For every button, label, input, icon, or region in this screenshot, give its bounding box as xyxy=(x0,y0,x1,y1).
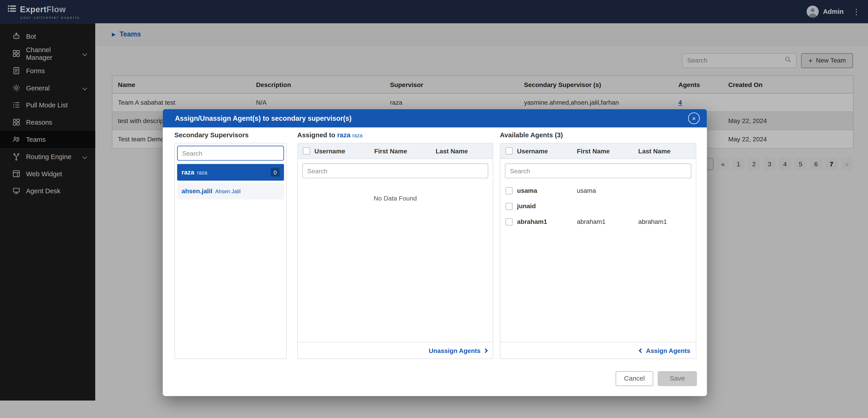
assigned-grid-header: Username First Name Last Name xyxy=(298,143,493,159)
assigned-count-badge: 0 xyxy=(271,168,280,177)
modal-footer: Cancel Save xyxy=(163,361,707,396)
modal-title: Assign/Unassign Agent(s) to secondary su… xyxy=(175,114,351,122)
no-data-text: No Data Found xyxy=(298,195,493,202)
assign-agents-button[interactable]: Assign Agents xyxy=(500,342,696,358)
secondary-supervisors-heading: Secondary Supervisors xyxy=(174,131,287,140)
save-button[interactable]: Save xyxy=(658,371,697,386)
assigned-search-input[interactable] xyxy=(302,163,488,178)
chevron-left-icon xyxy=(639,348,643,353)
row-checkbox[interactable] xyxy=(505,218,512,225)
screen: ExpertFlow your callcenter experts Admin… xyxy=(0,0,868,418)
row-checkbox[interactable] xyxy=(505,187,512,194)
supervisor-item-raza[interactable]: raza raza 0 xyxy=(177,164,284,181)
app-window: ExpertFlow your callcenter experts Admin… xyxy=(0,0,868,418)
agent-row-junaid[interactable]: junaid xyxy=(500,198,696,214)
agent-row-abraham1[interactable]: abraham1 abraham1 abraham1 xyxy=(500,214,696,229)
supervisor-item-ahsen-jalil[interactable]: ahsen.jalil Ahsen Jalil xyxy=(177,183,284,199)
row-checkbox[interactable] xyxy=(505,203,512,210)
agent-row-usama[interactable]: usama usama xyxy=(500,183,696,198)
secondary-supervisors-panel: Secondary Supervisors raza raza 0 ahsen.… xyxy=(174,131,287,359)
cancel-button[interactable]: Cancel xyxy=(616,371,653,386)
modal-header: Assign/Unassign Agent(s) to secondary su… xyxy=(163,109,707,127)
select-all-checkbox[interactable] xyxy=(303,147,310,154)
close-icon[interactable]: × xyxy=(688,112,700,124)
available-search-input[interactable] xyxy=(505,163,691,178)
available-heading: Available Agents (3) xyxy=(500,131,696,140)
assign-agents-modal: Assign/Unassign Agent(s) to secondary su… xyxy=(163,109,707,396)
assigned-agents-panel: Assigned to raza raza Username First Nam… xyxy=(297,131,493,359)
select-all-checkbox[interactable] xyxy=(505,147,512,154)
available-agents-panel: Available Agents (3) Username First Name… xyxy=(500,131,696,359)
supervisors-search-input[interactable] xyxy=(177,146,284,161)
unassign-agents-button[interactable]: Unassign Agents xyxy=(298,342,493,358)
available-grid-header: Username First Name Last Name xyxy=(500,143,696,159)
supervisors-list: raza raza 0 ahsen.jalil Ahsen Jalil xyxy=(177,164,284,199)
assigned-heading: Assigned to raza raza xyxy=(297,131,493,140)
chevron-right-icon xyxy=(483,348,488,353)
